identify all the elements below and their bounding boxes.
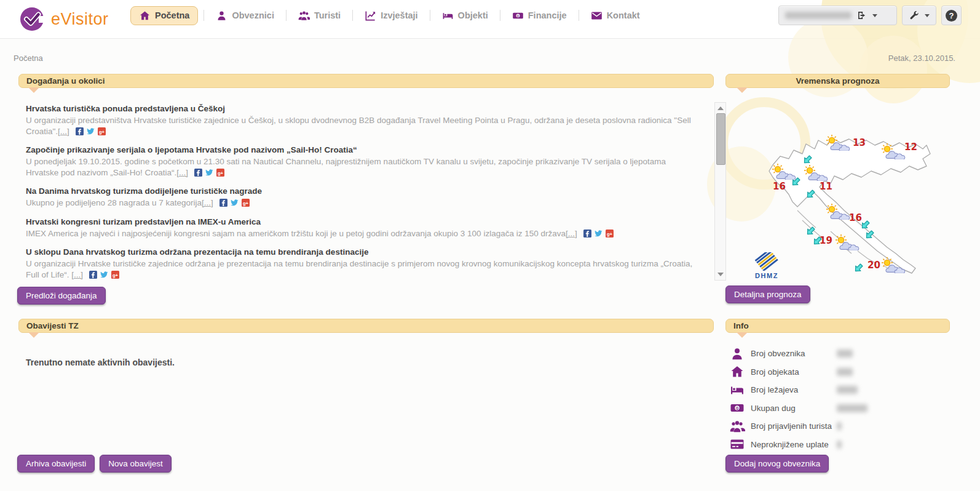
info-label: Broj objekata [751,367,832,377]
help-button[interactable]: ? [941,6,962,25]
wind-arrow-icon [805,188,816,200]
scroll-up-arrow-icon[interactable] [717,106,724,110]
share-icons: g+ [583,230,614,238]
nav-item-kontakt[interactable]: Kontakt [585,6,646,25]
banknote-icon: 0 [729,401,745,415]
twitter-icon[interactable] [595,230,603,238]
events-scrollbar[interactable] [714,102,726,281]
dhmz-label: DHMZ [751,272,783,279]
googleplus-icon[interactable]: g+ [216,169,224,177]
app-logo[interactable]: eVisitor [18,6,109,33]
news-more-link[interactable]: [...] [176,168,188,177]
info-label: Broj prijavljenih turista [751,421,832,431]
news-more-link[interactable]: [...] [202,198,213,207]
facebook-icon[interactable] [219,199,227,207]
temperature-label: 12 [904,142,917,153]
panel-pointer [28,332,39,338]
temperature-label: 13 [853,137,866,148]
info-row: Neproknjižene uplate [729,436,867,454]
person-icon [729,346,745,361]
breadcrumb[interactable]: Početna [14,54,43,63]
panel-pointer [737,332,748,338]
share-icons: g+ [89,271,119,279]
svg-text:0: 0 [736,405,738,411]
news-body: U organizaciji Hrvatske turističke zajed… [26,258,694,280]
temperature-label: 11 [820,181,832,192]
wind-arrow-icon [790,176,802,188]
caret-down-icon [925,14,930,17]
panel-pointer [737,87,748,93]
twitter-icon[interactable] [87,127,95,135]
user-menu-button[interactable] [778,6,897,25]
nav-separator [579,10,579,21]
card-icon [729,437,745,452]
svg-text:g+: g+ [218,170,224,175]
tools-menu-button[interactable] [902,6,936,25]
news-title[interactable]: Na Danima hrvatskog turizma dodijeljene … [26,186,694,196]
info-panel-title: Info [733,321,749,330]
brand-name: eVisitor [51,10,109,29]
info-label: Neproknjižene uplate [751,440,832,449]
suggest-events-button[interactable]: Predloži događanja [17,287,106,305]
wind-arrow-icon [802,154,813,166]
googleplus-icon[interactable]: g+ [242,199,250,207]
nav-item-turisti[interactable]: Turisti [292,6,347,25]
nav-item-pocetna[interactable]: Početna [130,6,198,25]
weather-panel-title: Vremenska prognoza [796,76,880,86]
twitter-icon[interactable] [231,199,239,207]
nav-item-financije[interactable]: 0 Financije [506,6,573,25]
googleplus-icon[interactable]: g+ [111,271,119,279]
dhmz-logo: DHMZ [751,252,783,279]
news-title[interactable]: Hrvatska turistička ponuda predstavljena… [26,103,694,114]
nav-item-obveznici[interactable]: Obveznici [210,6,280,25]
facebook-icon[interactable] [76,127,84,135]
twitter-icon[interactable] [100,271,108,279]
scrollbar-thumb[interactable] [716,113,725,165]
news-item: Hrvatski kongresni turizam predstavljen … [26,217,694,239]
evisitor-logo-icon [18,6,45,33]
facebook-icon[interactable] [583,230,591,238]
new-notice-button[interactable]: Nova obavijest [100,455,172,473]
help-label: ? [949,11,954,20]
news-more-link[interactable]: [...] [566,229,577,238]
news-item: U sklopu Dana hrvatskog turizma održana … [26,247,694,280]
bed-icon [442,10,454,22]
logout-icon[interactable] [856,10,867,21]
news-more-link[interactable]: [...] [58,127,69,136]
temperature-label: 20 [867,260,880,271]
news-more-link[interactable]: [...] [71,270,83,279]
events-panel-header: Događanja u okolici [18,74,714,88]
nav-separator [204,10,204,21]
news-title[interactable]: U sklopu Dana hrvatskog turizma održana … [26,247,694,257]
share-icons: g+ [194,169,224,177]
current-date: Petak, 23.10.2015. [888,54,955,63]
news-title[interactable]: Hrvatski kongresni turizam predstavljen … [26,217,694,227]
facebook-icon[interactable] [194,169,202,177]
twitter-icon[interactable] [205,169,213,177]
chart-icon [365,10,376,22]
panel-pointer [28,87,39,93]
add-new-obligor-button[interactable]: Dodaj novog obveznika [725,455,829,473]
sun-cloud-icon [804,164,828,181]
nav-label: Turisti [314,10,341,20]
news-text: IMEX America je najveći i najposjećeniji… [26,229,566,238]
nav-item-objekti[interactable]: Objekti [436,6,494,25]
nav-item-izvjestaji[interactable]: Izvještaji [358,6,424,25]
facebook-icon[interactable] [89,271,97,279]
nav-separator [352,10,353,21]
wind-arrow-icon [864,229,875,241]
googleplus-icon[interactable]: g+ [606,230,614,238]
googleplus-icon[interactable]: g+ [98,127,106,135]
sun-cloud-icon [826,134,850,151]
nav-label: Financije [528,10,567,20]
news-title[interactable]: Započinje prikazivanje serijala o ljepot… [26,145,694,155]
wrench-icon [909,10,920,21]
info-value-redacted [837,386,858,394]
info-panel-header: Info [725,319,950,333]
scroll-down-arrow-icon[interactable] [717,273,724,276]
svg-text:g+: g+ [99,129,105,134]
info-row: Broj prijavljenih turista [729,417,867,436]
detailed-forecast-button[interactable]: Detaljna prognoza [725,285,810,303]
svg-text:g+: g+ [243,201,249,206]
notice-archive-button[interactable]: Arhiva obavijesti [17,455,95,473]
